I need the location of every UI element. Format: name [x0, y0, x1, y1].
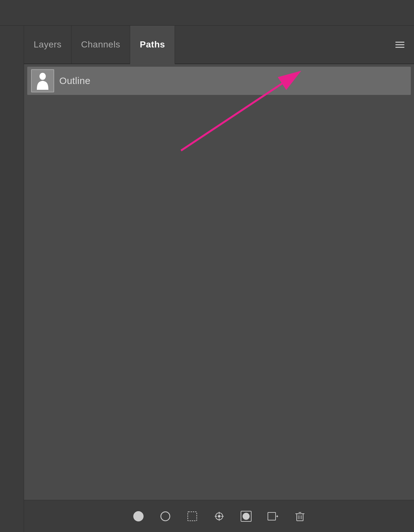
hamburger-icon	[395, 42, 404, 48]
tab-bar: Layers Channels Paths	[24, 26, 414, 64]
tab-layers-label: Layers	[34, 39, 62, 50]
make-work-path-button[interactable]	[212, 509, 226, 523]
bottom-toolbar	[24, 500, 414, 532]
paths-list: Outline	[24, 64, 414, 500]
path-item-outline[interactable]: Outline	[27, 67, 411, 95]
panel-menu-button[interactable]	[386, 26, 414, 63]
load-selection-button[interactable]	[185, 509, 199, 523]
tab-paths-label: Paths	[140, 39, 165, 50]
svg-rect-14	[268, 512, 276, 520]
tab-paths[interactable]: Paths	[130, 26, 175, 64]
svg-point-0	[39, 73, 46, 80]
fill-path-button[interactable]	[131, 509, 145, 523]
delete-path-button[interactable]	[293, 509, 307, 523]
new-path-button[interactable]	[266, 509, 280, 523]
svg-point-3	[133, 511, 144, 521]
person-silhouette-icon	[36, 72, 50, 90]
svg-point-13	[243, 513, 249, 519]
tab-channels[interactable]: Channels	[71, 26, 130, 63]
svg-point-11	[218, 515, 220, 517]
path-name-label: Outline	[59, 75, 90, 86]
svg-point-4	[161, 512, 170, 521]
add-mask-button[interactable]	[239, 509, 253, 523]
stroke-path-button[interactable]	[158, 509, 172, 523]
tab-layers[interactable]: Layers	[24, 26, 71, 63]
path-thumbnail	[31, 69, 54, 92]
left-strip	[0, 26, 24, 532]
svg-rect-5	[188, 512, 197, 521]
tab-channels-label: Channels	[81, 39, 120, 50]
top-bar	[0, 0, 414, 26]
